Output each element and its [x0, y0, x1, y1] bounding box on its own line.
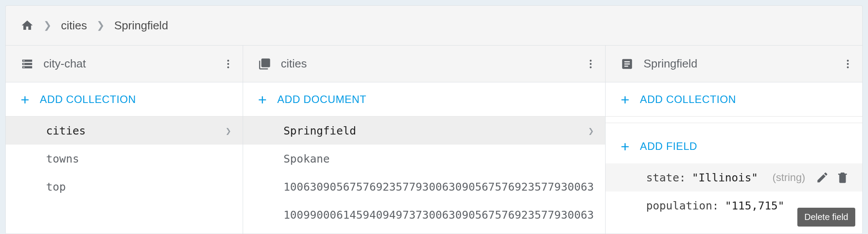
column-title: city-chat [43, 57, 222, 71]
svg-point-10 [847, 63, 849, 64]
field-row[interactable]: state: "Illinois" (string) [606, 163, 862, 191]
collection-column: cities + ADD DOCUMENT Springfield ❯ Spok… [243, 46, 606, 234]
document-item[interactable]: 1006309056757692357793006309056757692357… [243, 173, 605, 201]
divider [606, 123, 862, 123]
plus-icon: + [21, 92, 29, 107]
svg-point-7 [590, 63, 592, 64]
field-type: (string) [772, 171, 805, 184]
more-vert-icon[interactable] [222, 58, 234, 70]
svg-point-3 [227, 60, 229, 61]
column-title: Springfield [643, 57, 842, 71]
add-collection-button[interactable]: + ADD COLLECTION [6, 82, 243, 117]
field-value: "115,715" [725, 199, 784, 212]
svg-point-4 [227, 63, 229, 64]
plus-icon: + [258, 92, 267, 107]
document-column: Springfield + ADD COLLECTION + ADD FIELD… [606, 46, 862, 234]
document-item[interactable]: Spokane [243, 145, 605, 173]
project-column: city-chat + ADD COLLECTION cities ❯ town… [6, 46, 243, 234]
svg-point-6 [590, 60, 592, 61]
breadcrumb-item[interactable]: Springfield [114, 19, 168, 32]
collection-item[interactable]: cities ❯ [6, 117, 243, 145]
column-title: cities [281, 57, 585, 71]
tooltip: Delete field [797, 208, 855, 227]
add-label: ADD DOCUMENT [277, 93, 366, 106]
collection-icon [258, 57, 271, 71]
plus-icon: + [621, 92, 629, 107]
field-value: "Illinois" [692, 171, 758, 184]
breadcrumb: ❯ cities ❯ Springfield [6, 6, 862, 45]
plus-icon: + [621, 139, 629, 154]
document-icon [621, 57, 634, 71]
add-collection-button[interactable]: + ADD COLLECTION [606, 82, 862, 117]
more-vert-icon[interactable] [585, 58, 596, 70]
field-key: state: [646, 171, 685, 184]
document-item[interactable]: Springfield ❯ [243, 117, 605, 145]
add-label: ADD COLLECTION [640, 93, 736, 106]
add-label: ADD COLLECTION [40, 93, 136, 106]
column-header: city-chat [6, 46, 243, 82]
svg-point-2 [23, 67, 25, 68]
svg-point-9 [847, 60, 849, 61]
svg-point-0 [23, 60, 25, 61]
add-label: ADD FIELD [640, 140, 697, 152]
edit-icon[interactable] [816, 171, 829, 184]
delete-icon[interactable] [836, 171, 849, 184]
column-header: Springfield [606, 46, 862, 82]
collection-item[interactable]: top [6, 173, 243, 201]
svg-point-11 [847, 66, 849, 68]
chevron-right-icon: ❯ [97, 20, 104, 31]
chevron-right-icon: ❯ [43, 20, 51, 31]
document-item[interactable]: 1009900061459409497373006309056757692357… [243, 201, 605, 229]
chevron-right-icon: ❯ [588, 125, 594, 136]
breadcrumb-item[interactable]: cities [61, 19, 87, 32]
collection-item[interactable]: towns [6, 145, 243, 173]
database-icon [21, 57, 34, 71]
column-header: cities [243, 46, 605, 82]
field-key: population: [646, 199, 719, 212]
svg-point-5 [227, 66, 229, 68]
home-icon[interactable] [21, 19, 34, 32]
svg-point-1 [23, 63, 25, 64]
add-field-button[interactable]: + ADD FIELD [606, 129, 862, 163]
more-vert-icon[interactable] [842, 58, 854, 70]
svg-point-8 [590, 66, 592, 68]
chevron-right-icon: ❯ [226, 125, 231, 136]
add-document-button[interactable]: + ADD DOCUMENT [243, 82, 605, 117]
